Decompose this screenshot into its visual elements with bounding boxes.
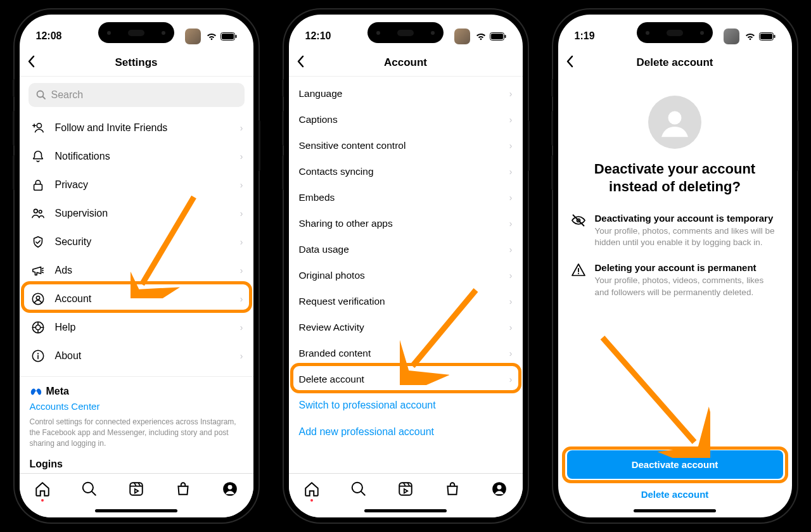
bell-icon <box>30 148 46 165</box>
battery-icon <box>759 32 776 41</box>
invite-icon <box>30 120 46 136</box>
list-item-language[interactable]: Language› <box>289 80 523 106</box>
svg-point-33 <box>668 111 682 125</box>
chevron-right-icon: › <box>509 270 513 281</box>
delete-link[interactable]: Delete account <box>558 479 792 510</box>
list-item-data-usage[interactable]: Data usage› <box>289 236 523 262</box>
meta-logo: Meta <box>30 386 243 397</box>
deactivate-button[interactable]: Deactivate account <box>567 450 783 479</box>
phone-1: 12:08 Settings Search Follow and Invite … <box>15 10 259 522</box>
svg-rect-6 <box>34 184 42 190</box>
tab-profile[interactable] <box>221 480 239 498</box>
wifi-icon <box>475 32 487 41</box>
tab-reels[interactable] <box>397 480 414 498</box>
home-indicator <box>95 509 177 512</box>
now-playing-icon <box>454 28 470 44</box>
list-item-review-activity[interactable]: Review Activity› <box>289 314 523 340</box>
chevron-right-icon: › <box>509 296 513 307</box>
info-icon <box>30 348 46 364</box>
nav-header: Delete account <box>558 49 792 77</box>
nav-header: Settings <box>20 49 253 77</box>
svg-rect-22 <box>491 34 503 39</box>
tab-profile[interactable] <box>490 480 508 498</box>
tab-shop[interactable] <box>174 480 192 498</box>
svg-point-37 <box>577 273 578 274</box>
switch-professional-link[interactable]: Switch to professional account <box>289 392 523 419</box>
info-desc: Your profile, photos, videos, comments, … <box>595 275 779 298</box>
chevron-right-icon: › <box>509 167 513 177</box>
list-item-supervision[interactable]: Supervision› <box>20 199 253 227</box>
list-item-original-photos[interactable]: Original photos› <box>289 262 523 288</box>
wifi-icon <box>206 32 217 41</box>
back-button[interactable] <box>297 55 304 70</box>
svg-rect-32 <box>774 35 775 38</box>
accounts-center-link[interactable]: Accounts Center <box>30 401 243 412</box>
list-item-sharing[interactable]: Sharing to other apps› <box>289 210 523 236</box>
phone-3: 1:19 Delete account Deactivate your acco… <box>553 10 797 522</box>
phone-2: 12:10 Account Language› Captions› Sensit… <box>284 10 528 522</box>
list-item-privacy[interactable]: Privacy› <box>20 170 253 199</box>
info-desc: Your profile, photos, comments and likes… <box>595 225 779 248</box>
nav-header: Account <box>289 49 523 77</box>
meta-icon <box>30 387 42 396</box>
battery-icon <box>220 32 237 41</box>
svg-rect-31 <box>760 34 772 39</box>
list-item-about[interactable]: About› <box>20 341 253 370</box>
footer-description: Control settings for connected experienc… <box>30 417 243 448</box>
supervision-icon <box>30 205 46 222</box>
list-item-branded[interactable]: Branded content› <box>289 340 523 366</box>
info-title: Deleting your account is permanent <box>595 262 779 273</box>
status-time: 12:08 <box>36 30 62 42</box>
search-input[interactable]: Search <box>29 83 245 107</box>
home-indicator <box>364 509 447 512</box>
chevron-right-icon: › <box>509 348 513 358</box>
settings-list: Follow and Invite Friends› Notifications… <box>20 113 253 370</box>
avatar <box>648 96 701 149</box>
tab-search[interactable] <box>80 480 98 498</box>
list-item-embeds[interactable]: Embeds› <box>289 184 523 210</box>
chevron-right-icon: › <box>240 294 243 304</box>
tab-reels[interactable] <box>127 480 145 498</box>
list-item-account[interactable]: Account› <box>20 284 253 313</box>
chevron-right-icon: › <box>240 180 243 190</box>
svg-point-8 <box>39 210 42 213</box>
list-item-verification[interactable]: Request verification› <box>289 288 523 314</box>
account-list: Language› Captions› Sensitive content co… <box>289 80 523 392</box>
svg-line-26 <box>362 491 365 495</box>
back-button[interactable] <box>27 55 35 70</box>
list-item-contacts[interactable]: Contacts syncing› <box>289 158 523 184</box>
list-item-help[interactable]: Help› <box>20 313 253 341</box>
svg-rect-18 <box>130 483 143 495</box>
back-button[interactable] <box>566 55 573 70</box>
chevron-right-icon: › <box>240 151 243 162</box>
tab-home[interactable] <box>303 480 321 498</box>
list-item-delete[interactable]: Delete account› <box>289 366 523 392</box>
list-item-ads[interactable]: Ads› <box>20 256 253 284</box>
list-item-sensitive[interactable]: Sensitive content control› <box>289 132 523 158</box>
tab-search[interactable] <box>350 480 367 498</box>
lock-icon <box>30 177 46 193</box>
tab-shop[interactable] <box>444 480 461 498</box>
add-professional-link[interactable]: Add new professional account <box>289 419 523 445</box>
list-item-security[interactable]: Security› <box>20 227 253 256</box>
tab-home[interactable] <box>34 480 51 498</box>
chevron-right-icon: › <box>509 374 513 384</box>
chevron-right-icon: › <box>509 193 513 203</box>
svg-point-29 <box>497 485 501 490</box>
svg-rect-23 <box>504 35 506 38</box>
chevron-right-icon: › <box>240 208 243 218</box>
chevron-right-icon: › <box>240 322 243 332</box>
svg-point-25 <box>352 483 362 493</box>
info-delete: Deleting your account is permanent Your … <box>558 253 792 303</box>
account-icon <box>30 291 46 307</box>
svg-point-14 <box>37 353 38 354</box>
svg-line-4 <box>42 97 45 99</box>
chevron-right-icon: › <box>509 218 513 229</box>
chevron-right-icon: › <box>240 123 243 133</box>
chevron-right-icon: › <box>509 141 513 151</box>
list-item-notifications[interactable]: Notifications› <box>20 142 253 170</box>
list-item-follow-invite[interactable]: Follow and Invite Friends› <box>20 113 253 142</box>
list-item-captions[interactable]: Captions› <box>289 106 523 132</box>
page-title: Account <box>384 56 427 69</box>
chevron-right-icon: › <box>509 322 513 332</box>
